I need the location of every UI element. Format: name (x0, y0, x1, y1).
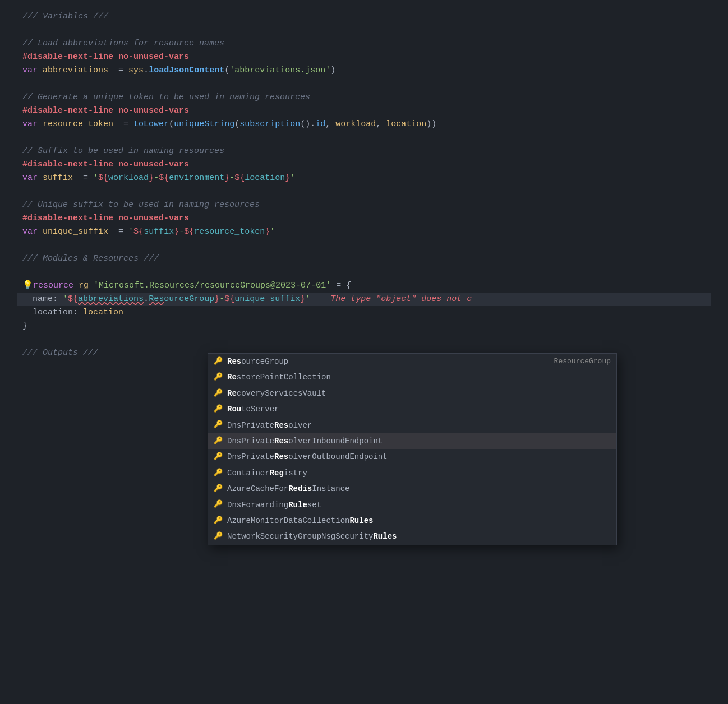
autocomplete-item-azuremonitordatacollectionrules[interactable]: 🔑 AzureMonitorDataCollectionRules (208, 513, 616, 529)
line-blank-25 (17, 333, 711, 346)
line-4: #disable-next-line no-unused-vars (17, 50, 711, 64)
line-11: // Suffix to be used in naming resources (17, 145, 711, 158)
line-23: location: location (17, 306, 711, 319)
line-5: var abbreviations = sys.loadJsonContent(… (17, 64, 711, 77)
autocomplete-item-restorepointcollection[interactable]: 🔑 RestorePointCollection (208, 369, 616, 385)
autocomplete-icon-10: 🔑 (214, 515, 223, 527)
autocomplete-item-dnsforwardingRuleset[interactable]: 🔑 DnsForwardingRuleset (208, 497, 616, 513)
autocomplete-icon-9: 🔑 (214, 499, 223, 511)
autocomplete-icon-11: 🔑 (214, 531, 223, 543)
line-12: #disable-next-line no-unused-vars (17, 158, 711, 172)
autocomplete-item-routeserver[interactable]: 🔑 RouteServer (208, 401, 616, 417)
autocomplete-icon-8: 🔑 (214, 483, 223, 495)
autocomplete-label-9: DnsForwardingRuleset (227, 499, 611, 511)
autocomplete-label-5: DnsPrivateResolverInboundEndpoint (227, 435, 611, 447)
line-8: #disable-next-line no-unused-vars (17, 104, 711, 118)
autocomplete-label-10: AzureMonitorDataCollectionRules (227, 515, 611, 527)
autocomplete-label-7: ContainerRegistry (227, 467, 611, 479)
line-blank-10 (17, 131, 711, 145)
code-editor: /// Variables /// // Load abbreviations … (0, 0, 728, 370)
autocomplete-item-containerregistry[interactable]: 🔑 ContainerRegistry (208, 465, 616, 481)
autocomplete-item-recoveryservicesvault[interactable]: 🔑 RecoveryServicesVault (208, 386, 616, 401)
autocomplete-label-1: RestorePointCollection (227, 371, 611, 383)
line-blank-20 (17, 266, 711, 279)
line-16: #disable-next-line no-unused-vars (17, 212, 711, 225)
autocomplete-label-3: RouteServer (227, 403, 611, 415)
line-blank-6 (17, 77, 711, 91)
autocomplete-icon-0: 🔑 (214, 356, 223, 368)
line-7: // Generate a unique token to be used in… (17, 91, 711, 104)
line-1: /// Variables /// (17, 10, 711, 24)
line-blank-2 (17, 24, 711, 37)
autocomplete-item-dnsprivateresolver[interactable]: 🔑 DnsPrivateResolver (208, 418, 616, 433)
autocomplete-item-dnsprivateresolveroutbound[interactable]: 🔑 DnsPrivateResolverOutboundEndpoint (208, 449, 616, 465)
code-content: /// Variables /// // Load abbreviations … (0, 10, 728, 360)
autocomplete-icon-3: 🔑 (214, 404, 223, 415)
autocomplete-item-resourcegroup[interactable]: 🔑 ResourceGroup ResourceGroup (208, 354, 616, 369)
autocomplete-label-11: NetworkSecurityGroupNsgSecurityRules (227, 530, 611, 543)
autocomplete-type-0: ResourceGroup (554, 356, 611, 368)
line-19: /// Modules & Resources /// (17, 252, 711, 266)
autocomplete-icon-4: 🔑 (214, 419, 223, 431)
line-21: 💡resource rg 'Microsoft.Resources/resour… (17, 279, 711, 293)
autocomplete-item-azurecacheforredis[interactable]: 🔑 AzureCacheForRedisInstance (208, 481, 616, 497)
autocomplete-icon-1: 🔑 (214, 372, 223, 383)
line-blank-18 (17, 239, 711, 252)
line-9: var resource_token = toLower(uniqueStrin… (17, 118, 711, 131)
autocomplete-item-dnsprivateresolverinbound[interactable]: 🔑 DnsPrivateResolverInboundEndpoint (208, 433, 616, 449)
autocomplete-label-6: DnsPrivateResolverOutboundEndpoint (227, 451, 611, 463)
autocomplete-label-0: ResourceGroup (227, 355, 543, 368)
autocomplete-item-networksecuritygroupnsgsecurityrules[interactable]: 🔑 NetworkSecurityGroupNsgSecurityRules (208, 529, 616, 544)
autocomplete-label-2: RecoveryServicesVault (227, 387, 611, 400)
line-13: var suffix = '${workload}-${environment}… (17, 172, 711, 185)
line-15: // Unique suffix to be used in naming re… (17, 198, 711, 212)
autocomplete-icon-5: 🔑 (214, 436, 223, 447)
autocomplete-icon-6: 🔑 (214, 451, 223, 463)
line-blank-14 (17, 185, 711, 198)
line-22: name: '${abbreviations.ResourceGroup}-${… (17, 293, 711, 306)
autocomplete-icon-2: 🔑 (214, 388, 223, 400)
line-24: } (17, 319, 711, 333)
autocomplete-dropdown[interactable]: 🔑 ResourceGroup ResourceGroup 🔑 RestoreP… (208, 353, 617, 545)
autocomplete-label-4: DnsPrivateResolver (227, 419, 611, 432)
line-17: var unique_suffix = '${suffix}-${resourc… (17, 225, 711, 239)
line-3: // Load abbreviations for resource names (17, 37, 711, 50)
autocomplete-label-8: AzureCacheForRedisInstance (227, 483, 611, 495)
autocomplete-icon-7: 🔑 (214, 467, 223, 479)
